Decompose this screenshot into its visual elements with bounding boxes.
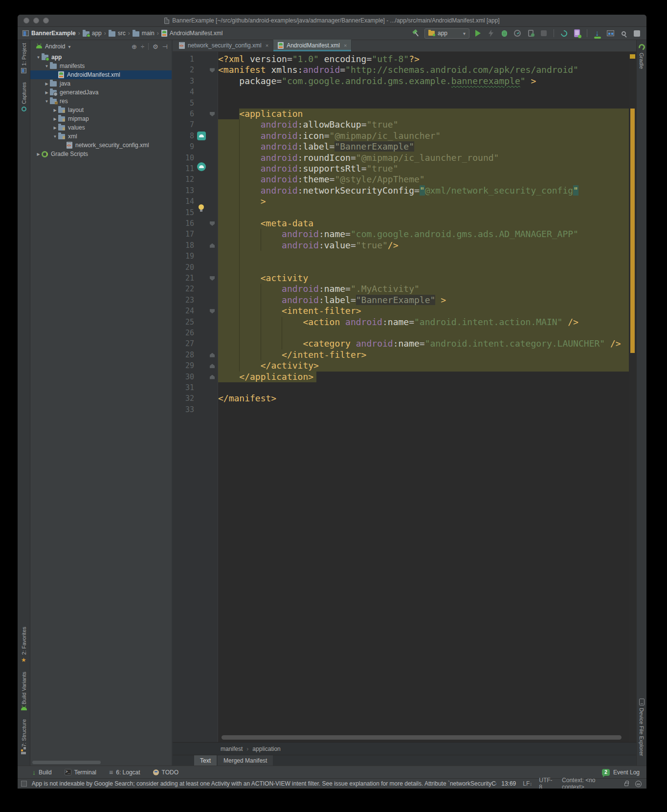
editor-breadcrumb-application[interactable]: application: [252, 746, 280, 752]
project-view-selector[interactable]: Android: [45, 43, 65, 50]
settings-gear-button[interactable]: ⚙: [153, 43, 158, 50]
line-separator-indicator[interactable]: LF↕: [523, 780, 532, 787]
breadcrumb-item-main[interactable]: main: [133, 30, 155, 37]
breadcrumb-item-BannerExample[interactable]: BannerExample: [22, 30, 76, 37]
tree-item-layout[interactable]: ▶layout: [30, 106, 172, 114]
tree-item-java[interactable]: ▶java: [30, 79, 172, 88]
code-line-7[interactable]: android:allowBackup="true": [218, 119, 629, 130]
inspections-face-icon[interactable]: [635, 781, 642, 787]
fold-close-marker[interactable]: [210, 353, 215, 357]
editor-hscrollbar[interactable]: [222, 735, 622, 740]
arrow-expanded-icon[interactable]: ▼: [52, 134, 58, 139]
tree-item-values[interactable]: ▶values: [30, 123, 172, 132]
arrow-collapsed-icon[interactable]: ▶: [35, 152, 42, 156]
tool-window-button-todo[interactable]: TODO: [153, 769, 178, 776]
breadcrumb-item-app[interactable]: app: [83, 30, 102, 37]
code-line-28[interactable]: </intent-filter>: [218, 350, 629, 360]
locate-file-button[interactable]: ⊕: [132, 43, 137, 50]
code-line-26[interactable]: [218, 328, 629, 338]
code-line-31[interactable]: [218, 382, 629, 393]
build-hammer-button[interactable]: [411, 28, 421, 38]
attach-debugger-button[interactable]: [526, 28, 535, 38]
lightbulb-icon[interactable]: [197, 204, 206, 213]
code-line-16[interactable]: <meta-data: [218, 218, 629, 229]
fold-open-marker[interactable]: [210, 112, 215, 116]
code-line-14[interactable]: >: [218, 196, 629, 207]
code-line-2[interactable]: <manifest xmlns:android="http://schemas.…: [218, 65, 629, 75]
code-line-5[interactable]: [218, 98, 629, 109]
code-line-6[interactable]: <application: [218, 109, 629, 119]
code-line-12[interactable]: android:theme="@style/AppTheme": [218, 174, 629, 185]
code-line-25[interactable]: <action android:name="android.intent.act…: [218, 317, 629, 328]
toolbar-window-button[interactable]: [632, 28, 642, 38]
code-line-8[interactable]: android:icon="@mipmap/ic_launcher": [218, 131, 629, 141]
tool-window-button-captures[interactable]: Captures: [21, 82, 27, 111]
encoding-indicator[interactable]: UTF-8: [539, 777, 555, 789]
search-everywhere-button[interactable]: [619, 28, 628, 38]
sdk-manager-button[interactable]: ↓: [592, 28, 602, 38]
arrow-collapsed-icon[interactable]: ▶: [52, 108, 58, 112]
editor-tab-network_security_config.xml[interactable]: network_security_config.xml×: [175, 40, 273, 51]
tool-window-button-terminal[interactable]: Terminal: [65, 769, 96, 776]
warning-marker[interactable]: [630, 54, 635, 59]
code-line-32[interactable]: </manifest>: [218, 393, 629, 404]
caret-position[interactable]: 13:69: [501, 780, 516, 787]
tool-window-button-device-file-explorer[interactable]: Device File Explorer: [639, 699, 645, 756]
tree-item-app[interactable]: ▼app: [30, 53, 172, 62]
arrow-collapsed-icon[interactable]: ▶: [44, 90, 50, 95]
tool-window-button-6-logcat[interactable]: ≡6: Logcat: [109, 769, 140, 776]
tool-window-button-build-variants[interactable]: Build Variants: [21, 672, 27, 710]
avd-manager-button[interactable]: [572, 28, 582, 38]
tree-item-androidmanifest-xml[interactable]: AndroidManifest.xml: [30, 70, 172, 79]
code-editor[interactable]: 1234567891011121314151617181920212223242…: [173, 52, 636, 742]
editor-breadcrumb-manifest[interactable]: manifest: [221, 746, 243, 752]
tree-item-res[interactable]: ▼res: [30, 97, 172, 106]
mode-tab-merged-manifest[interactable]: Merged Manifest: [218, 755, 273, 766]
tree-item-gradle-scripts[interactable]: ▶Gradle Scripts: [30, 150, 172, 158]
editor-tab-AndroidManifest.xml[interactable]: AndroidManifest.xml×: [273, 40, 352, 51]
arrow-collapsed-icon[interactable]: ▶: [44, 82, 50, 86]
arrow-expanded-icon[interactable]: ▼: [44, 99, 50, 104]
code-line-9[interactable]: android:label="BannerExample": [218, 141, 629, 152]
code-line-11[interactable]: android:supportsRtl="true": [218, 163, 629, 174]
status-message[interactable]: App is not indexable by Google Search; c…: [32, 780, 496, 787]
context-indicator[interactable]: Context: <no context>: [562, 777, 617, 789]
code-line-10[interactable]: android:roundIcon="@mipmap/ic_launcher_r…: [218, 153, 629, 163]
breadcrumb-item-src[interactable]: src: [109, 30, 126, 37]
tree-item-mipmap[interactable]: ▶mipmap: [30, 114, 172, 123]
code-line-30[interactable]: </application>: [218, 372, 629, 382]
fold-close-marker[interactable]: [210, 243, 215, 248]
code-line-24[interactable]: <intent-filter>: [218, 306, 629, 316]
code-line-21[interactable]: <activity: [218, 273, 629, 284]
breadcrumb-item-AndroidManifest.xml[interactable]: AndroidManifest.xml: [161, 30, 223, 37]
sync-project-button[interactable]: [559, 28, 569, 38]
fold-close-marker[interactable]: [210, 364, 215, 368]
code-line-27[interactable]: <category android:name="android.intent.c…: [218, 338, 629, 349]
mode-tab-text[interactable]: Text: [194, 755, 217, 766]
tool-window-button-2-favorites[interactable]: 2: Favorites★: [21, 627, 27, 663]
arrow-expanded-icon[interactable]: ▼: [44, 64, 50, 68]
code-line-4[interactable]: [218, 87, 629, 97]
code-line-23[interactable]: android:label="BannerExample" >: [218, 295, 629, 306]
close-tab-icon[interactable]: ×: [344, 43, 347, 48]
apply-changes-button[interactable]: [486, 28, 496, 38]
code-line-19[interactable]: [218, 251, 629, 262]
profile-button[interactable]: [512, 28, 522, 38]
code-line-29[interactable]: </activity>: [218, 360, 629, 371]
code-line-15[interactable]: [218, 207, 629, 218]
tree-item-network-security-config-xml[interactable]: network_security_config.xml: [30, 141, 172, 150]
fold-open-marker[interactable]: [210, 309, 215, 313]
event-log-button[interactable]: 2 Event Log: [602, 769, 640, 776]
code-line-20[interactable]: [218, 262, 629, 273]
run-configuration-select[interactable]: app ▾: [424, 28, 469, 39]
tool-window-toggle-icon[interactable]: [21, 781, 27, 787]
arrow-collapsed-icon[interactable]: ▶: [52, 117, 58, 121]
run-button[interactable]: [473, 28, 483, 38]
code-line-33[interactable]: [218, 404, 629, 415]
tree-item-xml[interactable]: ▼xml: [30, 132, 172, 141]
fold-open-marker[interactable]: [210, 68, 215, 72]
project-scrollbar[interactable]: [32, 761, 101, 764]
code-line-22[interactable]: android:name=".MyActivity": [218, 284, 629, 294]
zoom-window-button[interactable]: [43, 18, 49, 23]
collapse-all-button[interactable]: ÷: [141, 43, 144, 50]
